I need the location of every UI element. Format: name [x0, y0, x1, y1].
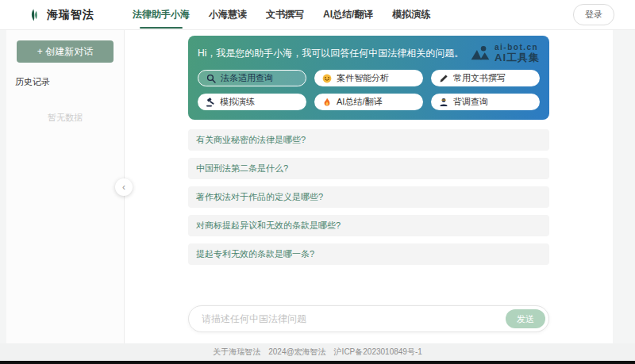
main-nav: 法律助手小海 小海慧读 文书撰写 AI总结/翻译 模拟演练 [133, 8, 430, 21]
magnifier-icon [206, 74, 216, 83]
watermark-line2: AI工具集 [495, 52, 540, 63]
welcome-banner: Hi，我是您的助手小海，我可以回答任何中国法律相关的问题。 ai-bot.cn … [188, 36, 549, 120]
footer-icp-link[interactable]: 沪ICP备2023010849号-1 [334, 347, 422, 358]
quick-actions: 法条适用查询 案件智能分析 常用文书撰写 [198, 70, 540, 110]
person-icon [439, 98, 448, 107]
watermark-line1: ai-bot.cn [495, 44, 540, 52]
workspace: + 创建新对话 历史记录 暂无数据 ‹ Hi，我是您的助手小海，我可以回答任何中… [0, 30, 635, 343]
quick-action-ai-summary[interactable]: AI总结/翻译 [314, 94, 423, 110]
bottom-strip [0, 361, 635, 364]
quick-action-doc-writing[interactable]: 常用文书撰写 [431, 70, 540, 86]
new-chat-button[interactable]: + 创建新对话 [17, 40, 114, 63]
suggested-question[interactable]: 有关商业秘密的法律是哪些? [188, 129, 549, 151]
history-empty-text: 暂无数据 [6, 112, 124, 124]
quick-action-case-analysis[interactable]: 案件智能分析 [314, 70, 423, 86]
suggested-question[interactable]: 提起专利无效的条款是哪一条? [188, 243, 549, 265]
nav-item-doc-writing[interactable]: 文书撰写 [266, 8, 304, 21]
login-button[interactable]: 登录 [573, 4, 614, 25]
watermark: ai-bot.cn AI工具集 [470, 44, 540, 63]
suggested-question[interactable]: 中国刑法第二条是什么? [188, 158, 549, 179]
footer-about-link[interactable]: 关于海瑞智法 [213, 347, 260, 358]
flame-icon [322, 98, 332, 107]
quick-action-background-check[interactable]: 背调查询 [431, 94, 540, 110]
brand-leaf-icon [27, 6, 41, 25]
suggested-questions: 有关商业秘密的法律是哪些? 中国刑法第二条是什么? 著作权法对于作品的定义是哪些… [188, 129, 549, 272]
footer: 关于海瑞智法 2024@宏海智法 沪ICP备2023010849号-1 [0, 343, 635, 361]
gavel-icon [206, 98, 215, 107]
pencil-icon [439, 74, 448, 83]
nav-item-reading[interactable]: 小海慧读 [209, 8, 247, 21]
nav-item-mock-practice[interactable]: 模拟演练 [392, 8, 430, 21]
greeting-text: Hi，我是您的助手小海，我可以回答任何中国法律相关的问题。 [198, 47, 464, 60]
suggested-question[interactable]: 对商标提起异议和无效的条款是哪些? [188, 215, 549, 236]
footer-copyright: 2024@宏海智法 [268, 347, 325, 358]
brand: 海瑞智法 [27, 6, 94, 25]
main-panel: Hi，我是您的助手小海，我可以回答任何中国法律相关的问题。 ai-bot.cn … [125, 30, 613, 343]
smiley-icon [322, 74, 332, 83]
brand-name: 海瑞智法 [47, 8, 94, 22]
watermark-logo-icon [470, 45, 491, 61]
nav-item-legal-assistant[interactable]: 法律助手小海 [133, 8, 190, 21]
history-label: 历史记录 [15, 76, 124, 88]
sidebar-collapse-button[interactable]: ‹ [115, 178, 133, 196]
message-input[interactable] [188, 305, 549, 332]
quick-action-law-search[interactable]: 法条适用查询 [198, 70, 306, 86]
suggested-question[interactable]: 著作权法对于作品的定义是哪些? [188, 186, 549, 208]
sidebar: + 创建新对话 历史记录 暂无数据 ‹ [6, 30, 125, 343]
quick-action-mock-practice[interactable]: 模拟演练 [198, 94, 306, 110]
composer: 发送 [188, 305, 549, 332]
header: 海瑞智法 法律助手小海 小海慧读 文书撰写 AI总结/翻译 模拟演练 登录 [0, 0, 635, 30]
nav-item-ai-summary[interactable]: AI总结/翻译 [323, 8, 373, 21]
send-button[interactable]: 发送 [506, 309, 545, 328]
